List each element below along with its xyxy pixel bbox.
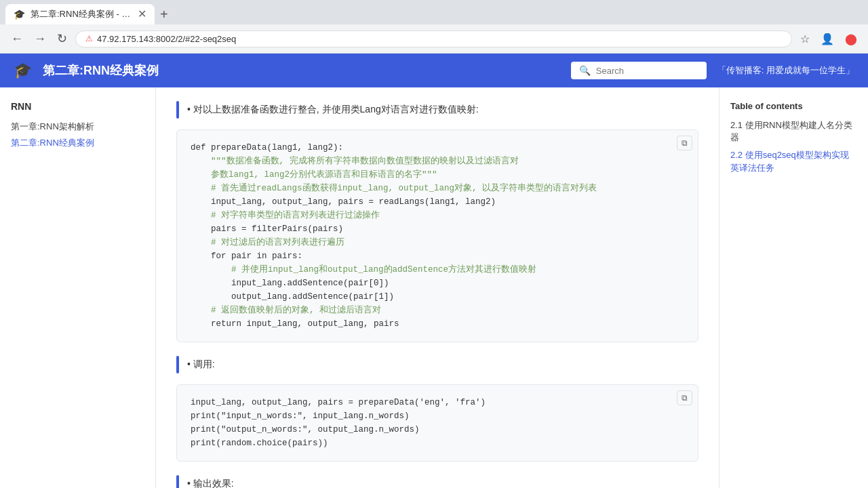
search-icon: 🔍 — [579, 65, 591, 76]
app-logo-icon: 🎓 — [14, 62, 32, 79]
security-icon: ⚠ — [85, 34, 93, 43]
code-line: """数据准备函数, 完成将所有字符串数据向数值型数据的映射以及过滤语言对 — [191, 155, 684, 168]
copy-button-1[interactable]: ⧉ — [677, 136, 692, 150]
code-line: input_lang, output_lang, pairs = readLan… — [191, 195, 684, 209]
code-line: # 并使用input_lang和output_lang的addSentence方… — [191, 263, 684, 277]
toc: Table of contents 2.1 使用RNN模型构建人名分类器 2.2… — [719, 87, 868, 488]
account-button[interactable]: 👤 — [818, 30, 837, 48]
reload-button[interactable]: ↻ — [54, 28, 70, 49]
url-bar[interactable]: ⚠ 47.92.175.143:8002/2/#22-seq2seq — [75, 30, 792, 47]
code-line: print("input_n_words:", input_lang.n_wor… — [191, 409, 684, 423]
address-bar: ← → ↻ ⚠ 47.92.175.143:8002/2/#22-seq2seq… — [0, 24, 868, 53]
extension-button[interactable]: ⬤ — [842, 30, 860, 48]
code-line: input_lang, output_lang, pairs = prepare… — [191, 396, 684, 409]
section-3-bullet: • 输出效果: — [187, 475, 234, 488]
bookmark-button[interactable]: ☆ — [797, 30, 812, 48]
sidebar-section-title: RNN — [11, 101, 144, 112]
browser-actions: ☆ 👤 ⬤ — [797, 30, 860, 48]
sidebar: RNN 第一章:RNN架构解析 第二章:RNN经典案例 — [0, 87, 156, 488]
back-button[interactable]: ← — [8, 29, 26, 49]
toc-item-2[interactable]: 2.2 使用seq2seq模型架构实现英译法任务 — [730, 149, 857, 174]
section-3-bar — [176, 475, 179, 488]
section-1-bullet: • 对以上数据准备函数进行整合, 并使用类Lang对语言对进行数值映射: — [187, 101, 479, 119]
section-2: • 调用: — [176, 356, 698, 373]
code-line: # 对过滤后的语言对列表进行遍历 — [191, 236, 684, 249]
code-line: output_lang.addSentence(pair[1]) — [191, 290, 684, 304]
sidebar-item-chapter2[interactable]: 第二章:RNN经典案例 — [11, 135, 144, 151]
search-input[interactable] — [596, 66, 691, 76]
section-2-bar — [176, 356, 179, 373]
toc-item-1[interactable]: 2.1 使用RNN模型构建人名分类器 — [730, 119, 857, 144]
user-label: 「传智播客: 用爱成就每一位学生」 — [717, 64, 854, 77]
code-line: def prepareData(lang1, lang2): — [191, 141, 684, 155]
code-line: input_lang.addSentence(pair[0]) — [191, 277, 684, 290]
main-layout: RNN 第一章:RNN架构解析 第二章:RNN经典案例 • 对以上数据准备函数进… — [0, 87, 868, 488]
app-header: 🎓 第二章:RNN经典案例 🔍 「传智播客: 用爱成就每一位学生」 — [0, 54, 868, 87]
code-line: print("output_n_words:", output_lang.n_w… — [191, 423, 684, 436]
section-1: • 对以上数据准备函数进行整合, 并使用类Lang对语言对进行数值映射: — [176, 101, 698, 119]
code-line: for pair in pairs: — [191, 249, 684, 263]
toc-title: Table of contents — [730, 101, 857, 111]
code-line: # 对字符串类型的语言对列表进行过滤操作 — [191, 209, 684, 222]
url-text: 47.92.175.143:8002/2/#22-seq2seq — [97, 34, 782, 44]
app-title: 第二章:RNN经典案例 — [43, 62, 560, 79]
section-3: • 输出效果: — [176, 475, 698, 488]
new-tab-button[interactable]: + — [155, 7, 174, 22]
active-tab[interactable]: 🎓 第二章:RNN经典案例 - RNN ✕ — [5, 4, 155, 24]
search-bar[interactable]: 🔍 — [571, 62, 707, 79]
code-block-2-inner: input_lang, output_lang, pairs = prepare… — [177, 385, 698, 461]
code-line: # 首先通过readLangs函数获得input_lang, output_la… — [191, 182, 684, 195]
section-1-bar — [176, 101, 179, 119]
code-block-2: input_lang, output_lang, pairs = prepare… — [176, 384, 698, 462]
code-line: return input_lang, output_lang, pairs — [191, 317, 684, 331]
tab-close-button[interactable]: ✕ — [138, 9, 146, 20]
code-line: # 返回数值映射后的对象, 和过滤后语言对 — [191, 304, 684, 317]
section-2-bullet: • 调用: — [187, 356, 215, 373]
code-line: 参数lang1, lang2分别代表源语言和目标语言的名字""" — [191, 168, 684, 182]
main-content: • 对以上数据准备函数进行整合, 并使用类Lang对语言对进行数值映射: def… — [156, 87, 719, 488]
code-block-1-inner: def prepareData(lang1, lang2): """数据准备函数… — [177, 130, 698, 342]
browser-chrome: 🎓 第二章:RNN经典案例 - RNN ✕ + ← → ↻ ⚠ 47.92.17… — [0, 0, 868, 54]
tab-title: 第二章:RNN经典案例 - RNN — [31, 8, 132, 20]
forward-button[interactable]: → — [31, 29, 49, 49]
tab-favicon: 🎓 — [14, 9, 25, 20]
code-line: pairs = filterPairs(pairs) — [191, 222, 684, 236]
copy-button-2[interactable]: ⧉ — [677, 390, 692, 405]
sidebar-item-chapter1[interactable]: 第一章:RNN架构解析 — [11, 119, 144, 135]
tab-bar: 🎓 第二章:RNN经典案例 - RNN ✕ + — [0, 0, 868, 24]
code-line: print(random.choice(pairs)) — [191, 436, 684, 450]
code-block-1: def prepareData(lang1, lang2): """数据准备函数… — [176, 129, 698, 342]
